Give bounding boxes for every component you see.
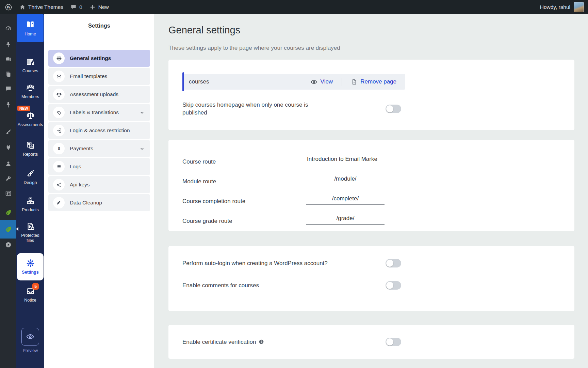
main-content: General settings These settings apply to…: [154, 14, 588, 368]
menu-item-label: General settings: [70, 55, 111, 61]
notice-count-badge: 5: [32, 283, 39, 290]
share-nodes-icon: [53, 179, 65, 190]
info-icon[interactable]: [259, 339, 264, 344]
menu-item-label: Assessment uploads: [70, 91, 118, 97]
wp-menu-appearance[interactable]: [0, 126, 16, 138]
menu-item-general-settings[interactable]: General settings: [48, 50, 150, 67]
menu-item-api-keys[interactable]: Api keys: [48, 176, 150, 193]
menu-item-label: Api keys: [70, 182, 90, 188]
wordpress-logo-icon[interactable]: W: [5, 3, 12, 11]
pushpin-icon: [5, 41, 12, 48]
module-route-input[interactable]: [306, 175, 385, 185]
wp-menu-media[interactable]: [0, 53, 16, 65]
new-badge: NEW: [17, 106, 30, 111]
brush-icon: [5, 128, 12, 136]
apprentice-sidebar: Home Courses Members NEW Assessments Rep…: [16, 14, 44, 368]
preview-label: Preview: [23, 348, 38, 353]
members-icon: [26, 83, 35, 92]
wp-menu-pages[interactable]: [0, 68, 16, 80]
completion-route-label: Course completion route: [182, 197, 245, 205]
auto-login-toggle[interactable]: [386, 259, 401, 267]
leaf-icon: [4, 225, 12, 233]
sidebar-item-protected-files[interactable]: Protected files: [16, 222, 44, 243]
course-route-input[interactable]: [306, 156, 385, 165]
comment-bubble-icon: [70, 4, 77, 11]
book-icon: [25, 19, 35, 30]
wp-menu-settings[interactable]: [0, 187, 16, 199]
avatar[interactable]: [574, 2, 584, 12]
module-route-label: Module route: [182, 178, 216, 185]
media-icon: [5, 56, 12, 63]
comments-menu[interactable]: 0: [70, 4, 82, 11]
envelope-icon: [53, 71, 65, 82]
menu-item-login-access[interactable]: Login & access restriction: [48, 122, 150, 139]
sidebar-item-home[interactable]: Home: [17, 14, 44, 42]
list-lines-icon: [53, 161, 65, 172]
sidebar-item-products[interactable]: Products: [16, 196, 44, 213]
menu-item-data-cleanup[interactable]: Data Cleanup: [48, 194, 150, 211]
grade-route-input[interactable]: [306, 215, 385, 225]
view-page-link[interactable]: View: [310, 78, 333, 86]
dollar-icon: $: [53, 143, 65, 154]
sidebar-item-reports[interactable]: Reports: [16, 141, 44, 157]
completion-route-input[interactable]: [306, 195, 385, 205]
sidebar-item-settings[interactable]: Settings: [17, 253, 44, 280]
menu-item-assessment-uploads[interactable]: Assessment uploads: [48, 86, 150, 103]
file-lock-icon: [26, 222, 35, 231]
sidebar-divider: [21, 318, 40, 318]
menu-item-labels-translations[interactable]: Labels & translations: [48, 104, 150, 121]
svg-text:W: W: [6, 5, 11, 9]
sidebar-item-label: Protected files: [18, 233, 42, 243]
vertical-divider: [342, 78, 342, 86]
menu-item-payments[interactable]: $ Payments: [48, 140, 150, 157]
sidebar-item-label: Settings: [22, 270, 38, 275]
menu-item-email-templates[interactable]: Email templates: [48, 68, 150, 85]
wp-menu-comments[interactable]: [0, 83, 16, 94]
wp-admin-sidebar: [0, 14, 16, 368]
books-icon: [26, 57, 35, 66]
wp-menu-post-type[interactable]: [0, 99, 16, 110]
document-x-icon: [351, 79, 357, 85]
wp-menu-video[interactable]: [0, 239, 16, 250]
play-icon: [5, 241, 12, 248]
courses-page-card: courses View Remove page Skip courses ho…: [168, 60, 574, 130]
panel-divider: [44, 38, 154, 38]
sidebar-item-members[interactable]: Members: [16, 83, 44, 99]
chevron-down-icon: [139, 146, 145, 152]
plug-icon: [5, 144, 12, 151]
sidebar-item-label: Products: [22, 208, 38, 213]
account-options-card: Perform auto-login when creating a WordP…: [168, 246, 574, 311]
courses-page-row: courses View Remove page: [182, 74, 405, 90]
paintbrush-icon: [26, 169, 35, 178]
preview-button[interactable]: Preview: [16, 328, 44, 353]
pushpin-icon: [5, 101, 12, 108]
wp-menu-tools[interactable]: [0, 172, 16, 184]
remove-page-link[interactable]: Remove page: [351, 78, 396, 85]
grade-route-row: Course grade route: [182, 214, 401, 228]
site-menu[interactable]: Thrive Themes: [19, 4, 63, 11]
home-icon: [19, 4, 26, 11]
sidebar-item-assessments[interactable]: NEW Assessments: [16, 111, 44, 127]
wp-menu-posts[interactable]: [0, 39, 16, 50]
sidebar-item-notice[interactable]: 5 Notice: [16, 287, 44, 303]
wp-menu-plugins[interactable]: [0, 142, 16, 153]
wp-menu-thrive-dashboard[interactable]: [0, 206, 16, 218]
boxes-icon: [26, 196, 35, 205]
certificate-toggle[interactable]: [386, 338, 401, 346]
new-content-menu[interactable]: New: [89, 4, 109, 11]
menu-item-logs[interactable]: Logs: [48, 158, 150, 175]
sidebar-item-courses[interactable]: Courses: [16, 57, 44, 74]
wp-menu-thrive-apprentice-active[interactable]: [0, 220, 16, 239]
page-title: General settings: [168, 25, 588, 36]
scales-icon: [26, 111, 35, 120]
panel-title: Settings: [44, 22, 154, 29]
howdy-account-menu[interactable]: Howdy, rahul: [540, 4, 570, 10]
enable-comments-toggle[interactable]: [386, 281, 401, 290]
wp-menu-dashboard[interactable]: [0, 22, 16, 34]
svg-text:$: $: [58, 147, 60, 151]
enable-comments-row: Enable comments for courses: [182, 281, 401, 290]
skip-homepage-toggle[interactable]: [386, 105, 401, 113]
sidebar-item-design[interactable]: Design: [16, 169, 44, 185]
wp-menu-users[interactable]: [0, 158, 16, 169]
grade-route-label: Course grade route: [182, 217, 232, 225]
